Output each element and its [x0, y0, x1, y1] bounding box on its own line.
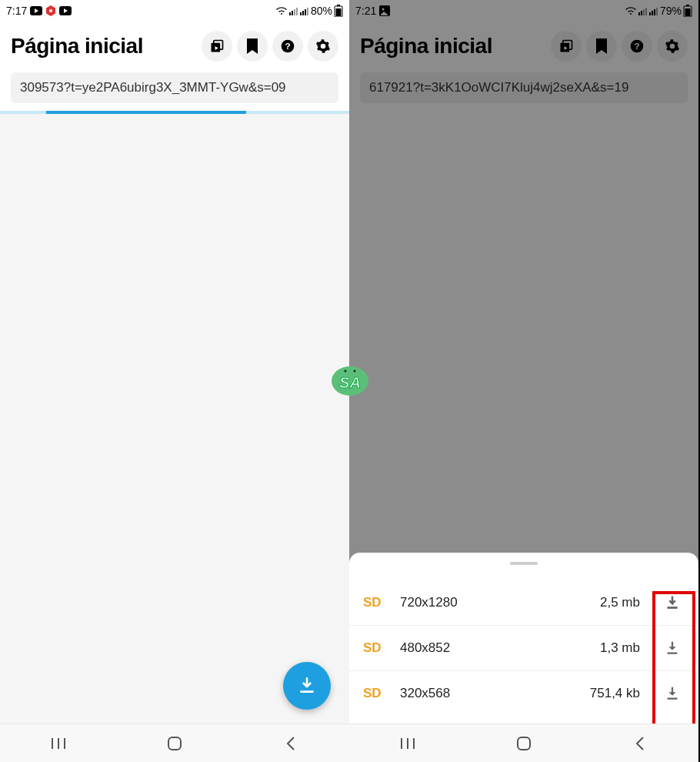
svg-rect-25: [641, 11, 642, 15]
signal-icon: [289, 6, 298, 15]
header: Página inicial ?: [349, 22, 698, 68]
svg-rect-21: [168, 737, 181, 750]
svg-rect-34: [685, 8, 691, 16]
settings-button[interactable]: [308, 31, 338, 62]
help-button[interactable]: ?: [622, 31, 652, 62]
battery-icon: [683, 5, 692, 17]
status-bar: 7:21 79%: [349, 0, 698, 22]
svg-point-48: [345, 370, 347, 373]
nav-home[interactable]: [493, 735, 555, 752]
status-time: 7:17: [6, 5, 27, 17]
url-input[interactable]: 617921?t=3kK1OoWCI7Kluj4wj2seXA&s=19: [360, 72, 688, 103]
quality-label: SD: [363, 595, 386, 610]
svg-point-23: [382, 8, 385, 11]
status-battery-text: 80%: [311, 5, 332, 17]
header: Página inicial ?: [0, 22, 349, 68]
status-time: 7:21: [355, 5, 376, 17]
page-title: Página inicial: [360, 34, 546, 58]
status-battery-text: 79%: [660, 5, 682, 17]
svg-rect-31: [656, 8, 658, 15]
bookmark-button[interactable]: [586, 31, 617, 62]
svg-point-1: [49, 9, 52, 12]
signal-icon: [300, 6, 309, 15]
svg-rect-4: [292, 11, 293, 15]
nav-bar: [0, 724, 349, 762]
svg-rect-45: [518, 737, 530, 750]
svg-rect-9: [305, 9, 306, 15]
signal-icon: [638, 6, 648, 15]
nav-home[interactable]: [144, 735, 205, 752]
nav-recents[interactable]: [377, 737, 438, 750]
svg-rect-5: [294, 9, 295, 15]
library-button[interactable]: [551, 31, 582, 62]
svg-rect-27: [645, 8, 647, 15]
wifi-icon: [625, 6, 637, 15]
url-input[interactable]: 309573?t=ye2PA6ubirg3X_3MMT-YGw&s=09: [11, 72, 338, 103]
content-area: [0, 114, 349, 724]
screen-right: 7:21 79% Página inicial ? 617921?t=3kK1O…: [349, 0, 698, 762]
screen-left: 7:17 80% Página inicial ? 309573?t=ye2PA…: [0, 0, 349, 762]
svg-text:?: ?: [634, 41, 639, 51]
youtube-icon: [30, 6, 42, 15]
svg-rect-30: [654, 9, 655, 15]
resolution-label: 320x568: [400, 686, 450, 701]
download-fab[interactable]: [283, 662, 331, 710]
library-button[interactable]: [202, 31, 232, 62]
page-title: Página inicial: [11, 34, 197, 58]
download-sheet: SD 720x1280 2,5 mb SD 480x852 1,3 mb SD …: [349, 553, 698, 724]
resolution-label: 720x1280: [400, 595, 458, 610]
svg-rect-13: [336, 8, 342, 16]
svg-point-49: [354, 370, 356, 373]
size-label: 1,3 mb: [600, 640, 640, 656]
resolution-label: 480x852: [400, 640, 450, 656]
nav-recents[interactable]: [28, 737, 89, 750]
battery-icon: [334, 5, 343, 17]
help-button[interactable]: ?: [272, 31, 303, 62]
drag-handle[interactable]: [510, 562, 538, 565]
youtube-icon: [59, 6, 72, 15]
nav-bar: [349, 724, 698, 762]
hex-icon: [45, 5, 56, 16]
watermark-logo: SA: [330, 365, 370, 397]
signal-icon: [649, 6, 658, 15]
download-option[interactable]: SD 480x852 1,3 mb: [349, 626, 698, 671]
image-icon: [379, 5, 390, 16]
quality-label: SD: [363, 640, 386, 656]
svg-rect-3: [289, 12, 291, 15]
settings-button[interactable]: [657, 31, 688, 62]
svg-rect-6: [296, 8, 298, 15]
nav-back[interactable]: [260, 735, 322, 752]
svg-rect-7: [300, 12, 302, 15]
nav-back[interactable]: [609, 735, 671, 752]
size-label: 751,4 kb: [590, 686, 640, 701]
size-label: 2,5 mb: [600, 595, 640, 610]
quality-label: SD: [363, 686, 386, 701]
status-bar: 7:17 80%: [0, 0, 349, 22]
svg-text:SA: SA: [339, 374, 361, 391]
svg-rect-28: [649, 12, 651, 15]
svg-rect-10: [307, 8, 308, 15]
svg-rect-8: [302, 11, 304, 15]
download-option[interactable]: SD 720x1280 2,5 mb: [349, 580, 698, 626]
download-option[interactable]: SD 320x568 751,4 kb: [349, 671, 698, 716]
wifi-icon: [275, 6, 288, 15]
svg-rect-26: [643, 9, 645, 15]
bookmark-button[interactable]: [237, 31, 268, 62]
svg-rect-29: [652, 11, 653, 15]
svg-rect-24: [638, 12, 640, 15]
svg-text:?: ?: [285, 41, 290, 51]
